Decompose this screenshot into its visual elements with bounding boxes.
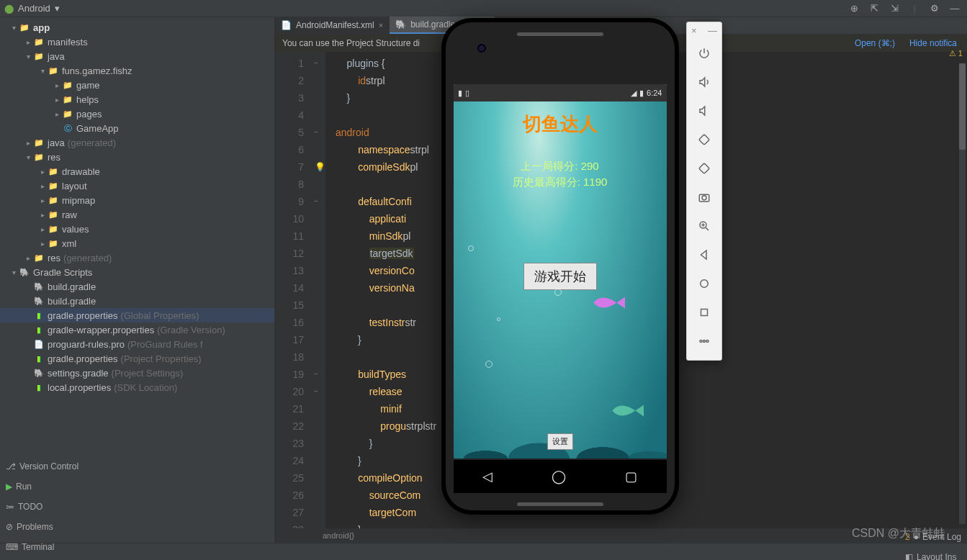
close-icon[interactable]: × (379, 21, 383, 30)
game-screen: 切鱼达人 上一局得分: 290 历史最高得分: 1190 游戏开始 设置 (454, 101, 667, 459)
start-button[interactable]: 游戏开始 (523, 263, 597, 290)
close-icon[interactable]: × (691, 25, 697, 36)
tree-node[interactable]: ▸📁layout (0, 179, 274, 193)
last-score: 上一局得分: 290 (454, 158, 667, 174)
tree-node[interactable]: ▮local.properties(SDK Location) (0, 380, 274, 394)
expand-icon[interactable]: ⇱ (866, 3, 882, 14)
back-button[interactable] (687, 240, 721, 269)
tool-todo[interactable]: ≔TODO (6, 502, 78, 512)
volume-down-button[interactable] (687, 96, 721, 125)
fold-gutter[interactable]: −−−−−💡 (312, 52, 325, 528)
speaker-top (517, 32, 603, 36)
tree-node[interactable]: ▾📁funs.gamez.fishz (0, 63, 274, 78)
divider: | (907, 3, 922, 14)
chevron-down-icon: ▾ (55, 3, 60, 14)
tree-node[interactable]: ▸📁xml (0, 236, 274, 250)
svg-rect-0 (699, 135, 710, 145)
tree-node[interactable]: ▾📁app (0, 20, 274, 35)
fish-icon (592, 294, 625, 310)
hide-icon[interactable]: — (947, 3, 963, 14)
tool-strip: ⎇Version Control ▶Run ≔TODO ⊘Problems ⌨T… (0, 543, 967, 560)
collapse-icon[interactable]: ⇲ (886, 3, 902, 14)
tree-node[interactable]: ▸📁helps (0, 92, 274, 107)
tool-layout-ins[interactable]: ◧Layout Ins (905, 552, 961, 561)
signal-icon: ◢ (631, 89, 637, 98)
tree-node[interactable]: ▸📁res(generated) (0, 250, 274, 265)
camera-icon (477, 44, 486, 53)
tree-node[interactable]: ⒸGameApp (0, 121, 274, 135)
phone-screen[interactable]: ▮ ▯ ◢ ▮ 6:24 切鱼达人 上一局得分: 290 历史最高得分: 119… (454, 84, 667, 459)
svg-point-8 (703, 340, 706, 343)
settings-button[interactable]: 设置 (547, 433, 573, 450)
overview-button[interactable]: ▢ (625, 469, 637, 484)
tool-terminal[interactable]: ⌨Terminal (6, 542, 78, 552)
camera-button[interactable] (687, 183, 721, 212)
tree-node[interactable]: ▸📁mipmap (0, 193, 274, 207)
project-view-selector[interactable]: Android ▾ (18, 3, 60, 14)
tree-node[interactable]: 🐘settings.gradle(Project Settings) (0, 366, 274, 380)
rotate-right-button[interactable] (687, 154, 721, 183)
tree-node[interactable]: 🐘build.gradle (0, 294, 274, 308)
gutter: 1 2 3 4 5 6 7 8 9 10 11 12 13 14 15 16 1… (275, 52, 312, 528)
tool-problems[interactable]: ⊘Problems (6, 522, 78, 532)
home-button[interactable]: ◯ (552, 469, 566, 484)
power-button[interactable] (687, 39, 721, 68)
overview-button[interactable] (687, 298, 721, 327)
tree-node[interactable]: ▾📁java (0, 49, 274, 63)
android-nav-bar: ◁ ◯ ▢ (454, 460, 667, 493)
volume-up-button[interactable] (687, 68, 721, 96)
sim-icon: ▮ (458, 89, 462, 98)
lightbulb-icon[interactable]: 💡 (315, 158, 325, 176)
svg-rect-1 (699, 163, 710, 174)
hi-score: 历史最高得分: 1190 (454, 174, 667, 190)
locate-icon[interactable]: ⊕ (846, 3, 862, 14)
tree-node[interactable]: 🐘build.gradle (0, 279, 274, 294)
info-text: You can use the Project Structure di (282, 38, 420, 48)
view-label: Android (18, 3, 50, 14)
tree-node[interactable]: ▸📁raw (0, 207, 274, 222)
zoom-button[interactable] (687, 212, 721, 240)
tree-node[interactable]: ▸📁game (0, 78, 274, 92)
tree-node[interactable]: ▮gradle.properties(Global Properties) (0, 308, 274, 322)
editor-scrollbar[interactable] (959, 63, 966, 524)
tree-node[interactable]: ▸📁drawable (0, 164, 274, 179)
tree-node[interactable]: ▸📁values (0, 222, 274, 236)
project-view-bar: ⬤ Android ▾ ⊕ ⇱ ⇲ | ⚙ — (0, 0, 967, 17)
code-text[interactable]: plugins { idstrpl } android namespacestr… (325, 52, 436, 528)
more-button[interactable] (687, 327, 721, 356)
svg-point-3 (702, 196, 706, 200)
back-button[interactable]: ◁ (482, 469, 493, 484)
home-button[interactable] (687, 269, 721, 298)
warning-icon[interactable]: ⚠ 1 (949, 49, 963, 58)
svg-point-7 (700, 340, 702, 343)
rotate-left-button[interactable] (687, 125, 721, 154)
tree-node[interactable]: ▸📁java(generated) (0, 135, 274, 150)
tool-version-control[interactable]: ⎇Version Control (6, 461, 78, 471)
android-icon: ⬤ (4, 4, 14, 14)
emulator-toolbar: × — (686, 22, 722, 361)
battery-icon: ▮ (639, 89, 644, 98)
watermark: CSDN @大青蛙蛙 (852, 526, 945, 541)
hide-notification-link[interactable]: Hide notifica (909, 38, 957, 48)
sim-icon: ▯ (465, 89, 469, 98)
clock: 6:24 (647, 89, 662, 97)
speaker-bottom (517, 502, 603, 506)
phone-frame: ▮ ▯ ◢ ▮ 6:24 切鱼达人 上一局得分: 290 历史最高得分: 119… (441, 18, 679, 515)
tree-node[interactable]: ▾📁res (0, 150, 274, 164)
emulator-window: ▮ ▯ ◢ ▮ 6:24 切鱼达人 上一局得分: 290 历史最高得分: 119… (439, 17, 680, 515)
svg-rect-6 (701, 310, 708, 316)
open-link[interactable]: Open (⌘;) (855, 38, 895, 48)
tool-run[interactable]: ▶Run (6, 482, 78, 492)
tree-node[interactable]: 📄proguard-rules.pro(ProGuard Rules f (0, 337, 274, 351)
minimize-icon[interactable]: — (708, 25, 717, 36)
android-status-bar: ▮ ▯ ◢ ▮ 6:24 (454, 84, 667, 101)
tree-node[interactable]: ▮gradle.properties(Project Properties) (0, 351, 274, 366)
score-panel: 上一局得分: 290 历史最高得分: 1190 (454, 158, 667, 190)
editor-tab[interactable]: 📄AndroidManifest.xml× (275, 17, 390, 34)
gear-icon[interactable]: ⚙ (927, 3, 943, 14)
tree-node[interactable]: ▸📁pages (0, 107, 274, 121)
tree-node[interactable]: ▾🐘Gradle Scripts (0, 265, 274, 279)
tree-node[interactable]: ▮gradle-wrapper.properties(Gradle Versio… (0, 322, 274, 337)
tree-node[interactable]: ▸📁manifests (0, 35, 274, 49)
game-title: 切鱼达人 (454, 112, 667, 137)
